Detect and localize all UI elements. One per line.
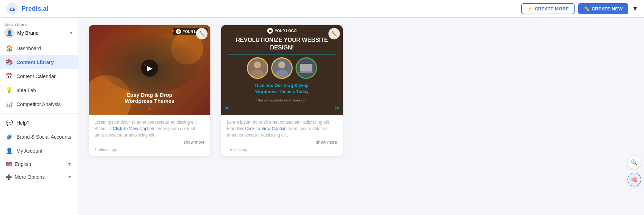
sidebar-item-label: Help? [16, 120, 30, 126]
card1-play-button[interactable]: ▶ [141, 59, 158, 77]
create-more-button[interactable]: ⚡ CREATE MORE [521, 3, 575, 14]
card1-timestamp: 1 minute ago [94, 148, 205, 152]
card1-show-more[interactable]: show more [94, 140, 205, 145]
card2-circle-2 [271, 57, 293, 79]
card1-title: Easy Drag & Drop Wordpress Themes [125, 92, 175, 104]
content-area: YOUR LOGO » ▶ Easy Drag & Drop Wordpress… [78, 18, 644, 215]
card1-edit-button[interactable]: ✏️ [196, 28, 208, 39]
logo-text: Predis.ai [21, 5, 48, 13]
sidebar-item-label: Content Library [16, 59, 54, 65]
sidebar-divider [0, 113, 78, 114]
sidebar-item-label: Dashboard [16, 46, 41, 51]
library-icon: 📚 [6, 59, 13, 66]
card1-background: YOUR LOGO » ▶ Easy Drag & Drop Wordpress… [89, 25, 210, 115]
cards-grid: YOUR LOGO » ▶ Easy Drag & Drop Wordpress… [89, 25, 633, 156]
account-icon: 👤 [6, 147, 13, 154]
sidebar-item-brand-social[interactable]: 🧳 Brand & Social Accounts [0, 130, 78, 144]
card2-subtext: Dive Into Our Drag & Drop Wordpress Them… [221, 83, 343, 95]
sidebar-item-label: Competitor Analysis [16, 101, 61, 107]
card2-circle-3 [296, 57, 317, 79]
card2-corner-decoration-left: ❧ [224, 104, 229, 112]
svg-rect-9 [300, 64, 312, 72]
right-float-magnify-button[interactable]: 🔍 [628, 156, 641, 169]
card2-logo-circle [267, 28, 273, 34]
card2-laptop-icon [297, 58, 316, 78]
create-new-button[interactable]: ✏️ CREATE NEW [578, 3, 628, 14]
card2-title: REVOLUTIONIZE YOUR WEBSITE DESIGN! [221, 37, 343, 52]
topbar: Predis.ai ⚡ CREATE MORE ✏️ CREATE NEW ▼ [0, 0, 644, 18]
topbar-left: Predis.ai [6, 2, 48, 15]
sidebar-item-label: Idea Lab [16, 87, 36, 93]
card2-url: https://www.wordpress-themes.com [221, 99, 343, 102]
svg-rect-10 [299, 71, 313, 73]
calendar-icon: 📅 [6, 73, 13, 80]
chart-icon: 📊 [6, 101, 13, 108]
pencil-icon: ✏️ [584, 6, 590, 11]
chevron-down-icon: ▼ [68, 175, 72, 180]
sidebar-item-label: Brand & Social Accounts [16, 134, 71, 140]
card1-caption-link[interactable]: Click To View Caption [113, 126, 154, 131]
sidebar-item-content-library[interactable]: 📚 Content Library [0, 55, 78, 69]
brand-switcher: Switch Brand 👤 My Brand ▼ [0, 18, 78, 41]
home-icon: 🏠 [6, 45, 13, 52]
lightning-icon: ⚡ [527, 6, 533, 11]
content-card-2: YOUR LOGO REVOLUTIONIZE YOUR WEBSITE DES… [221, 25, 343, 156]
card1-arrows-tr: » [172, 28, 175, 34]
help-icon: 💬 [6, 119, 13, 126]
card2-caption: Lorem ipsum dolor sit amet consectetur a… [227, 119, 337, 138]
brand-name: My Brand [17, 30, 66, 36]
card2-edit-button[interactable]: ✏️ [328, 28, 340, 39]
logo-icon [6, 2, 19, 15]
card2-logo-text: YOUR LOGO [275, 29, 297, 33]
svg-point-3 [254, 61, 261, 68]
card1-logo-circle [176, 29, 181, 34]
brand-select-dropdown[interactable]: 👤 My Brand ▼ [4, 28, 73, 38]
brand-avatar: 👤 [4, 28, 14, 38]
card2-person2-icon [272, 58, 292, 78]
language-selector[interactable]: 🇺🇸 English ▼ [0, 158, 78, 171]
sidebar-item-label: My Account [16, 148, 42, 154]
card2-body: Lorem ipsum dolor sit amet consectetur a… [221, 115, 343, 156]
card1-arrows-bottom: » [148, 105, 151, 111]
plus-icon: ➕ [6, 174, 12, 180]
app-logo: Predis.ai [6, 2, 48, 15]
filter-icon[interactable]: ▼ [632, 5, 638, 13]
chevron-down-icon: ▼ [69, 30, 73, 35]
card2-teal-line [228, 54, 336, 54]
svg-point-1 [11, 8, 13, 10]
sidebar-item-content-calendar[interactable]: 📅 Content Calendar [0, 69, 78, 83]
right-float-panel: 🔍 🧠 [628, 156, 641, 186]
main-layout: Switch Brand 👤 My Brand ▼ 🏠 Dashboard 📚 … [0, 18, 644, 215]
sidebar-item-dashboard[interactable]: 🏠 Dashboard [0, 41, 78, 55]
card2-timestamp: 1 minute ago [227, 148, 337, 152]
language-label: English [15, 161, 31, 167]
svg-point-6 [278, 61, 286, 68]
card2-circles [247, 57, 317, 79]
topbar-right: ⚡ CREATE MORE ✏️ CREATE NEW ▼ [521, 3, 638, 14]
card2-image-wrapper: YOUR LOGO REVOLUTIONIZE YOUR WEBSITE DES… [221, 25, 343, 115]
card2-logo-bar: YOUR LOGO [267, 28, 297, 34]
more-options-label: More Options [15, 174, 45, 180]
sidebar-item-my-account[interactable]: 👤 My Account [0, 144, 78, 158]
sidebar-item-label: Content Calendar [16, 73, 56, 79]
card1-image-wrapper: YOUR LOGO » ▶ Easy Drag & Drop Wordpress… [89, 25, 210, 115]
card1-body: Lorem ipsum dolor sit amet consectetur a… [89, 115, 210, 156]
card2-show-more[interactable]: show more [227, 140, 337, 145]
card2-person1-icon [248, 58, 267, 78]
idea-icon: 💡 [6, 87, 13, 94]
briefcase-icon: 🧳 [6, 133, 13, 140]
flag-icon: 🇺🇸 [6, 161, 12, 167]
sidebar-item-competitor-analysis[interactable]: 📊 Competitor Analysis [0, 97, 78, 111]
card2-corner-decoration-right: ❧ [335, 104, 340, 112]
more-options-toggle[interactable]: ➕ More Options ▼ [0, 171, 78, 183]
card1-caption: Lorem ipsum dolor sit amet consectetur a… [94, 119, 205, 138]
chevron-down-icon: ▼ [67, 161, 72, 167]
sidebar-item-idea-lab[interactable]: 💡 Idea Lab [0, 83, 78, 97]
sidebar-item-help[interactable]: 💬 Help? [0, 116, 78, 130]
content-card-1: YOUR LOGO » ▶ Easy Drag & Drop Wordpress… [89, 25, 210, 156]
card2-circle-1 [247, 57, 268, 79]
sidebar: Switch Brand 👤 My Brand ▼ 🏠 Dashboard 📚 … [0, 18, 78, 215]
card2-caption-link[interactable]: Click To View Caption [245, 126, 287, 131]
right-float-brain-button[interactable]: 🧠 [628, 173, 641, 186]
card2-background: YOUR LOGO REVOLUTIONIZE YOUR WEBSITE DES… [221, 25, 343, 115]
